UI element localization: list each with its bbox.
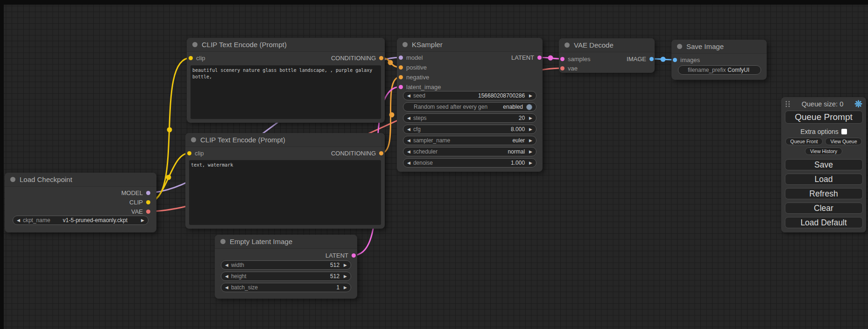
images-input-port[interactable] [673, 58, 677, 62]
clip-input-port[interactable] [187, 151, 191, 155]
widget-value: 20 [519, 115, 525, 121]
input-label: samples [568, 56, 590, 63]
toggle-dot-icon[interactable] [526, 104, 532, 110]
widget-label: scheduler [413, 148, 438, 155]
clear-button[interactable]: Clear [785, 203, 863, 214]
increment-arrow-icon[interactable]: ▶ [344, 274, 347, 279]
batch-size-widget[interactable]: ◀ batch_size 1 ▶ [221, 283, 351, 292]
widget-value: enabled [503, 104, 523, 110]
conditioning-output-port[interactable] [379, 56, 383, 60]
collapse-dot-icon[interactable] [677, 44, 682, 49]
widget-label: width [231, 262, 244, 268]
node-title-bar[interactable]: Empty Latent Image [215, 235, 357, 249]
collapse-dot-icon[interactable] [191, 137, 196, 142]
collapse-dot-icon[interactable] [565, 42, 570, 48]
collapse-dot-icon[interactable] [10, 177, 15, 182]
decrement-arrow-icon[interactable]: ◀ [407, 150, 410, 154]
image-output-port[interactable] [649, 57, 654, 61]
widget-label: ckpt_name [23, 217, 50, 224]
view-queue-button[interactable]: View Queue [825, 138, 862, 145]
increment-arrow-icon[interactable]: ▶ [529, 139, 532, 143]
node-ksampler[interactable]: KSampler model LATENT positive negative [397, 38, 543, 172]
increment-arrow-icon[interactable]: ▶ [529, 116, 532, 120]
model-output-port[interactable] [146, 191, 150, 195]
increment-arrow-icon[interactable]: ▶ [529, 161, 532, 165]
refresh-button[interactable]: Refresh [785, 188, 863, 199]
cfg-widget[interactable]: ◀ cfg 8.000 ▶ [403, 125, 536, 134]
latent-output-port[interactable] [352, 253, 356, 258]
decrement-arrow-icon[interactable]: ◀ [407, 139, 410, 143]
node-title-bar[interactable]: Save Image [671, 40, 767, 54]
node-save-image[interactable]: Save Image images filename_prefix ComfyU… [671, 40, 767, 80]
save-button[interactable]: Save [785, 159, 863, 170]
input-label: images [680, 56, 700, 63]
sampler-name-widget[interactable]: ◀ sampler_name euler ▶ [403, 136, 536, 145]
decrement-arrow-icon[interactable]: ◀ [407, 161, 410, 165]
settings-gear-icon[interactable] [854, 100, 862, 108]
latent-image-input-port[interactable] [399, 85, 403, 89]
filename-prefix-widget[interactable]: filename_prefix ComfyUI [678, 65, 761, 75]
increment-arrow-icon[interactable]: ▶ [529, 150, 532, 154]
collapse-dot-icon[interactable] [192, 42, 198, 47]
node-title-bar[interactable]: Load Checkpoint [5, 173, 156, 187]
decrement-arrow-icon[interactable]: ◀ [225, 274, 228, 279]
model-input-port[interactable] [399, 56, 403, 60]
conditioning-output-port[interactable] [379, 151, 383, 155]
widget-label: Random seed after every gen [414, 104, 487, 110]
height-widget[interactable]: ◀ height 512 ▶ [221, 272, 351, 281]
decrement-arrow-icon[interactable]: ◀ [407, 94, 410, 98]
negative-input-port[interactable] [399, 75, 403, 79]
node-graph-canvas[interactable]: Load Checkpoint MODEL CLIP VAE ◀ ckpt_na… [0, 0, 868, 329]
decrement-arrow-icon[interactable]: ◀ [407, 127, 410, 132]
clip-output-port[interactable] [146, 200, 150, 204]
steps-widget[interactable]: ◀ steps 20 ▶ [403, 113, 536, 123]
seed-widget[interactable]: ◀ seed 156680208700286 ▶ [403, 91, 536, 100]
load-button[interactable]: Load [785, 174, 863, 185]
drag-handle-icon[interactable] [785, 100, 790, 108]
node-empty-latent-image[interactable]: Empty Latent Image LATENT ◀ width 512 ▶ … [215, 235, 357, 299]
collapse-dot-icon[interactable] [402, 42, 408, 47]
node-title-bar[interactable]: KSampler [397, 38, 543, 52]
queue-front-button[interactable]: Queue Front [785, 138, 823, 145]
node-clip-text-encode-positive[interactable]: CLIP Text Encode (Prompt) clip CONDITION… [187, 38, 385, 123]
positive-input-port[interactable] [399, 65, 403, 70]
vae-input-port[interactable] [560, 66, 565, 70]
node-load-checkpoint[interactable]: Load Checkpoint MODEL CLIP VAE ◀ ckpt_na… [5, 173, 156, 232]
collapse-dot-icon[interactable] [220, 239, 226, 244]
decrement-arrow-icon[interactable]: ◀ [225, 286, 228, 290]
increment-arrow-icon[interactable]: ▶ [344, 263, 347, 267]
node-title-bar[interactable]: VAE Decode [559, 38, 655, 52]
decrement-arrow-icon[interactable]: ◀ [17, 218, 20, 223]
clip-input-port[interactable] [189, 56, 193, 60]
node-title-bar[interactable]: CLIP Text Encode (Prompt) [187, 38, 385, 52]
node-clip-text-encode-negative[interactable]: CLIP Text Encode (Prompt) clip CONDITION… [185, 133, 385, 229]
decrement-arrow-icon[interactable]: ◀ [225, 263, 228, 267]
scheduler-widget[interactable]: ◀ scheduler normal ▶ [403, 147, 536, 156]
increment-arrow-icon[interactable]: ▶ [529, 94, 532, 98]
latent-output-port[interactable] [537, 56, 542, 60]
wire-midpoint-dot [661, 57, 666, 62]
view-history-button[interactable]: View History [805, 147, 842, 155]
samples-input-port[interactable] [560, 57, 565, 61]
extra-options-label: Extra options [800, 128, 839, 135]
increment-arrow-icon[interactable]: ▶ [529, 127, 532, 132]
vae-output-port[interactable] [146, 210, 150, 214]
node-title-bar[interactable]: CLIP Text Encode (Prompt) [185, 133, 385, 147]
denoise-widget[interactable]: ◀ denoise 1.000 ▶ [403, 158, 536, 168]
ckpt-name-widget[interactable]: ◀ ckpt_name v1-5-pruned-emaonly.ckpt ▶ [13, 216, 148, 225]
prompt-textarea[interactable]: text, watermark [189, 160, 381, 225]
input-label: latent_image [406, 84, 441, 91]
increment-arrow-icon[interactable]: ▶ [141, 218, 144, 223]
node-vae-decode[interactable]: VAE Decode samples IMAGE vae [559, 38, 655, 73]
load-default-button[interactable]: Load Default [785, 217, 863, 228]
random-seed-toggle-widget[interactable]: Random seed after every gen enabled [403, 102, 536, 112]
node-title: CLIP Text Encode (Prompt) [200, 136, 285, 144]
wire-midpoint-dot [389, 112, 395, 118]
prompt-textarea[interactable]: beautiful scenery nature glass bottle la… [191, 65, 381, 119]
extra-options-checkbox[interactable] [841, 129, 847, 134]
output-label: LATENT [325, 252, 348, 259]
increment-arrow-icon[interactable]: ▶ [344, 286, 347, 290]
width-widget[interactable]: ◀ width 512 ▶ [221, 260, 351, 270]
queue-prompt-button[interactable]: Queue Prompt [785, 111, 863, 124]
decrement-arrow-icon[interactable]: ◀ [407, 116, 410, 120]
